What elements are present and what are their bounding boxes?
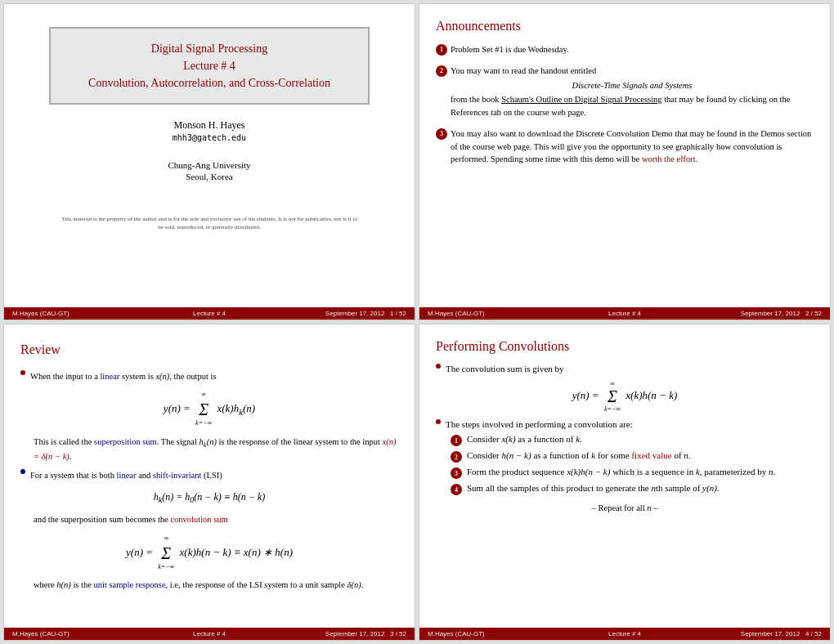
dot-2 — [20, 469, 25, 474]
num-1: 1 — [451, 435, 462, 446]
fixed-value-text: fixed value — [631, 450, 671, 460]
bullet-num-3: 3 — [436, 128, 447, 140]
sigma-3: ∞ Σ k=−∞ — [604, 380, 621, 413]
dot-conv — [436, 364, 441, 369]
announcement-1: 1 Problem Set #1 is due Wednesday. — [436, 43, 814, 56]
author-name: Monson H. Hayes — [168, 119, 250, 132]
footer-center: Lecture # 4 — [144, 310, 276, 317]
footer-date: September 17, 2012 2 / 52 — [690, 310, 822, 317]
slide-2-content: Announcements 1 Problem Set #1 is due We… — [419, 4, 830, 307]
math-eq-1: y(n) = ∞ Σ k=−∞ x(k)hk(n) — [20, 390, 398, 429]
slide-4: Performing Convolutions The convolution … — [419, 324, 831, 641]
footer-left: M.Hayes (CAU-GT) — [428, 630, 559, 637]
slide-title: Digital Signal Processing Lecture # 4 Co… — [67, 40, 352, 92]
convolutions-title: Performing Convolutions — [436, 339, 814, 354]
author-section: Monson H. Hayes mhh3@gatech.edu Chung-An… — [168, 119, 250, 183]
footer-left: M.Hayes (CAU-GT) — [12, 310, 144, 317]
step-2: 2 Consider h(n − k) as a function of k f… — [449, 450, 814, 463]
announcements-list: 1 Problem Set #1 is due Wednesday. 2 You… — [436, 43, 814, 166]
announcement-3: 3 You may also want to download the Disc… — [436, 127, 814, 166]
title-box: Digital Signal Processing Lecture # 4 Co… — [49, 27, 370, 105]
math-eq-2: hk(n) = h0(n − k) ≡ h(n − k) — [20, 490, 398, 507]
sigma-2: ∞ Σ k=−∞ — [158, 534, 174, 573]
disclaimer: This material is the property of the aut… — [58, 216, 361, 232]
announcements-title: Announcements — [436, 19, 814, 34]
dot-steps — [436, 419, 441, 424]
superposition-text: This is called the superposition sum. Th… — [34, 436, 398, 464]
slide-2: Announcements 1 Problem Set #1 is due We… — [419, 3, 831, 320]
unit-sample-text: where h(n) is the unit sample response, … — [34, 579, 398, 593]
review-title: Review — [20, 339, 398, 360]
footer-center: Lecture # 4 — [144, 630, 276, 637]
num-3: 3 — [451, 467, 462, 479]
slides-container: Digital Signal Processing Lecture # 4 Co… — [0, 0, 834, 644]
sigma-1: ∞ Σ k=−∞ — [195, 390, 212, 429]
num-4: 4 — [451, 484, 462, 495]
review-bullet-1: When the input to a linear system is x(n… — [20, 370, 398, 384]
slide-3: Review When the input to a linear system… — [3, 324, 415, 641]
affiliation1: Chung-Ang University — [168, 160, 250, 170]
review-bullet-2: For a system that is both linear and shi… — [20, 469, 398, 483]
conv-steps: 1 Consider x(k) as a function of k. 2 Co… — [449, 434, 814, 495]
affiliation2: Seoul, Korea — [168, 172, 250, 181]
slide-2-footer: M.Hayes (CAU-GT) Lecture # 4 September 1… — [419, 307, 830, 320]
convolution-sum-text: and the superposition sum becomes the co… — [34, 513, 398, 527]
footer-center: Lecture # 4 — [559, 310, 691, 317]
slide-3-content: Review When the input to a linear system… — [4, 324, 415, 628]
slide-3-footer: M.Hayes (CAU-GT) Lecture # 4 September 1… — [4, 628, 415, 640]
footer-date: September 17, 2012 1 / 52 — [275, 310, 406, 317]
slide-4-content: Performing Convolutions The convolution … — [419, 324, 830, 628]
footer-date: September 17, 2012 4 / 52 — [690, 630, 822, 637]
slide-1-footer: M.Hayes (CAU-GT) Lecture # 4 September 1… — [4, 307, 415, 320]
footer-date: September 17, 2012 3 / 52 — [275, 630, 406, 637]
handout-title: Discrete-Time Signals and Systems — [451, 79, 814, 92]
announcement-2: 2 You may want to read the handout entit… — [436, 65, 814, 119]
slide-4-footer: M.Hayes (CAU-GT) Lecture # 4 September 1… — [419, 628, 830, 640]
step-4: 4 Sum all the samples of this product to… — [449, 483, 814, 495]
conv-formula: y(n) = ∞ Σ k=−∞ x(k)h(n − k) — [436, 380, 814, 413]
footer-left: M.Hayes (CAU-GT) — [428, 310, 559, 317]
conv-intro: The convolution sum is given by — [436, 364, 814, 373]
step-3: 3 Form the product sequence x(k)h(n − k)… — [449, 467, 814, 479]
slide-1: Digital Signal Processing Lecture # 4 Co… — [3, 3, 415, 320]
xn-math: x(n) — [155, 372, 169, 381]
worth-effort: worth the effort. — [642, 154, 697, 163]
conv-steps-intro: The steps involved in performing a convo… — [436, 419, 814, 429]
slide-1-content: Digital Signal Processing Lecture # 4 Co… — [4, 4, 415, 307]
bullet-num-2: 2 — [436, 65, 447, 77]
book-title: Schaum's Outline on Digital Signal Proce… — [501, 95, 661, 104]
repeat-line: – Repeat for all n – — [436, 503, 814, 512]
author-email: mhh3@gatech.edu — [168, 133, 250, 142]
num-2: 2 — [451, 451, 462, 463]
footer-left: M.Hayes (CAU-GT) — [12, 630, 144, 637]
bullet-num-1: 1 — [436, 44, 447, 56]
step-1: 1 Consider x(k) as a function of k. — [449, 434, 814, 446]
math-eq-3: y(n) = ∞ Σ k=−∞ x(k)h(n − k) ≡ x(n) ∗ h(… — [20, 534, 398, 573]
dot-1 — [20, 370, 25, 375]
linear-text: linear — [100, 372, 119, 381]
footer-center: Lecture # 4 — [559, 630, 691, 637]
